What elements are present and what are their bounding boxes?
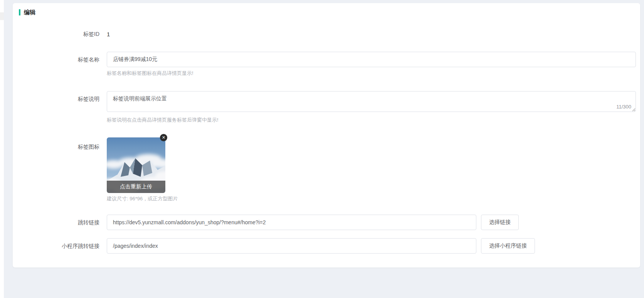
tag-icon-image[interactable]: 点击重新上传 [107, 137, 165, 193]
char-counter: 11/300 [616, 104, 631, 110]
close-icon[interactable]: ✕ [160, 134, 167, 141]
select-link-button[interactable]: 选择链接 [481, 215, 519, 230]
field-row-tag-icon: 标签图标 [13, 137, 640, 193]
tag-icon-uploader: 点击重新上传 ✕ [107, 137, 165, 193]
field-row-tag-desc: 标签说明 标签说明前端展示位置 11/300 [13, 91, 640, 113]
mini-link-label: 小程序跳转链接 [13, 242, 99, 250]
select-mini-link-button[interactable]: 选择小程序链接 [481, 238, 535, 254]
tag-id-value: 1 [107, 31, 110, 37]
jump-link-label: 跳转链接 [13, 218, 99, 226]
tag-icon-helper: 建议尺寸: 96*96，或正方型图片 [107, 195, 178, 202]
tag-name-label: 标签名称 [13, 56, 99, 63]
tag-name-helper: 标签名称和标签图标在商品详情页显示! [107, 70, 193, 77]
tag-icon-helper-row: 建议尺寸: 96*96，或正方型图片 [13, 195, 640, 202]
tag-desc-textarea-wrap: 标签说明前端展示位置 11/300 [107, 91, 636, 113]
tag-id-label: 标签ID [13, 30, 99, 38]
tag-icon-label: 标签图标 [13, 137, 99, 151]
tag-desc-helper: 标签说明在点击商品详情页服务标签后弹窗中显示! [107, 117, 219, 124]
panel-header: 编辑 [19, 8, 640, 16]
sidebar-strip-block [0, 12, 4, 20]
jump-link-input[interactable] [107, 215, 476, 230]
field-row-mini-link: 小程序跳转链接 选择小程序链接 [13, 238, 640, 254]
field-row-jump-link: 跳转链接 选择链接 [13, 215, 640, 230]
reupload-overlay[interactable]: 点击重新上传 [107, 181, 165, 193]
edit-panel: 编辑 标签ID 1 标签名称 标签名称和标签图标在商品详情页显示! 标签说明 标… [13, 3, 640, 268]
tag-desc-textarea[interactable]: 标签说明前端展示位置 [107, 91, 636, 112]
tag-desc-label: 标签说明 [13, 91, 99, 103]
sidebar-strip [0, 0, 4, 298]
field-row-tag-id: 标签ID 1 [13, 30, 640, 38]
tag-name-helper-row: 标签名称和标签图标在商品详情页显示! [13, 70, 640, 77]
accent-bar [19, 9, 20, 15]
mini-link-input[interactable] [107, 238, 476, 254]
tag-name-input[interactable] [107, 52, 636, 67]
page-title: 编辑 [24, 9, 35, 16]
field-row-tag-name: 标签名称 [13, 52, 640, 67]
tag-desc-helper-row: 标签说明在点击商品详情页服务标签后弹窗中显示! [13, 117, 640, 124]
